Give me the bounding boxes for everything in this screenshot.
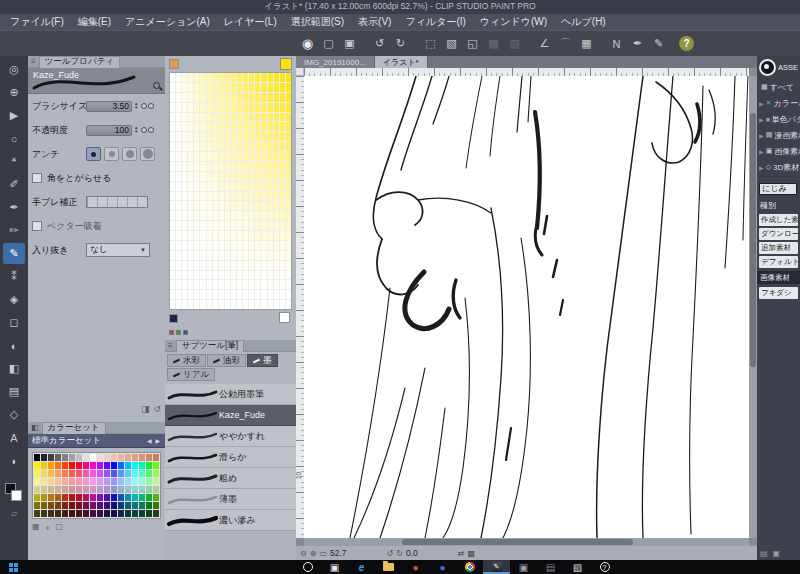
- gradient-cell[interactable]: [219, 290, 224, 299]
- brush-item[interactable]: 濃い滲み: [165, 510, 296, 531]
- gradient-cell[interactable]: [176, 261, 181, 270]
- color-swatch[interactable]: [111, 494, 117, 501]
- color-swatch[interactable]: [48, 454, 54, 461]
- gradient-cell[interactable]: [274, 201, 279, 210]
- brush-tool[interactable]: ✎: [3, 243, 25, 264]
- gradient-cell[interactable]: [243, 103, 248, 112]
- edit-colorset-icon[interactable]: ▦: [32, 522, 40, 533]
- color-swatch[interactable]: [69, 470, 75, 477]
- color-swatch[interactable]: [97, 462, 103, 469]
- help-app-icon[interactable]: ?: [591, 560, 618, 574]
- color-swatch[interactable]: [48, 510, 54, 517]
- materials-tag-button[interactable]: 追加素材: [759, 242, 798, 254]
- gradient-cell[interactable]: [286, 142, 291, 151]
- gradient-cell[interactable]: [176, 152, 181, 161]
- gradient-cell[interactable]: [213, 122, 218, 131]
- gradient-cell[interactable]: [182, 132, 187, 141]
- gradient-cell[interactable]: [255, 93, 260, 102]
- gradient-cell[interactable]: [213, 300, 218, 309]
- gradient-cell[interactable]: [194, 122, 199, 131]
- gradient-cell[interactable]: [243, 132, 248, 141]
- gradient-cell[interactable]: [213, 251, 218, 260]
- color-swatch[interactable]: [62, 462, 68, 469]
- gradient-cell[interactable]: [274, 211, 279, 220]
- gradient-cell[interactable]: [225, 251, 230, 260]
- gradient-cell[interactable]: [231, 241, 236, 250]
- gradient-cell[interactable]: [176, 271, 181, 280]
- gradient-cell[interactable]: [231, 211, 236, 220]
- color-swatch[interactable]: [118, 478, 124, 485]
- color-swatch[interactable]: [90, 478, 96, 485]
- gradient-cell[interactable]: [261, 280, 266, 289]
- gradient-cell[interactable]: [243, 162, 248, 171]
- color-swatch[interactable]: [41, 470, 47, 477]
- gradient-cell[interactable]: [176, 290, 181, 299]
- gradient-cell[interactable]: [286, 231, 291, 240]
- gradient-cell[interactable]: [286, 221, 291, 230]
- gradient-cell[interactable]: [219, 132, 224, 141]
- color-set-prev-next-icons[interactable]: ◀ ▶: [147, 437, 161, 444]
- gradient-cell[interactable]: [274, 192, 279, 201]
- gradient-cell[interactable]: [213, 192, 218, 201]
- gradient-cell[interactable]: [255, 290, 260, 299]
- palette-mode-chip[interactable]: [169, 330, 174, 335]
- gradient-cell[interactable]: [207, 221, 212, 230]
- gradient-cell[interactable]: [200, 152, 205, 161]
- magic-wand-tool[interactable]: ＊: [3, 151, 25, 172]
- color-swatch[interactable]: [62, 494, 68, 501]
- gradient-cell[interactable]: [176, 103, 181, 112]
- gradient-cell[interactable]: [286, 103, 291, 112]
- gradient-cell[interactable]: [243, 251, 248, 260]
- color-swatch[interactable]: [76, 510, 82, 517]
- color-set-selector[interactable]: 標準カラーセット ◀ ▶: [28, 434, 165, 448]
- gradient-cell[interactable]: [176, 83, 181, 92]
- color-swatch[interactable]: [146, 470, 152, 477]
- gradient-cell[interactable]: [261, 172, 266, 181]
- gradient-cell[interactable]: [225, 122, 230, 131]
- gradient-cell[interactable]: [219, 113, 224, 122]
- horizontal-scrollbar[interactable]: [304, 538, 749, 546]
- reset-settings-icon[interactable]: ↺: [153, 404, 161, 414]
- gradient-cell[interactable]: [237, 271, 242, 280]
- gradient-cell[interactable]: [176, 201, 181, 210]
- gradient-cell[interactable]: [207, 152, 212, 161]
- gradient-cell[interactable]: [268, 182, 273, 191]
- brush-item[interactable]: 滑らか: [165, 447, 296, 468]
- gradient-cell[interactable]: [207, 103, 212, 112]
- gradient-cell[interactable]: [213, 172, 218, 181]
- gradient-cell[interactable]: [170, 251, 175, 260]
- gradient-cell[interactable]: [182, 241, 187, 250]
- gradient-cell[interactable]: [237, 142, 242, 151]
- gradient-cell[interactable]: [268, 300, 273, 309]
- gradient-cell[interactable]: [182, 182, 187, 191]
- color-swatch[interactable]: [97, 486, 103, 493]
- zoom-out-icon[interactable]: ⊖: [300, 549, 307, 558]
- gradient-cell[interactable]: [188, 280, 193, 289]
- gradient-cell[interactable]: [188, 142, 193, 151]
- menu-item[interactable]: ヘルプ(H): [554, 14, 613, 30]
- gradient-cell[interactable]: [188, 271, 193, 280]
- zoom-tool[interactable]: ◎: [3, 59, 25, 80]
- invert-selection-icon[interactable]: ◱: [463, 34, 482, 53]
- color-swatch[interactable]: [62, 454, 68, 461]
- gradient-cell[interactable]: [280, 142, 285, 151]
- gradient-cell[interactable]: [243, 211, 248, 220]
- gradient-cell[interactable]: [182, 261, 187, 270]
- gradient-cell[interactable]: [194, 93, 199, 102]
- gradient-cell[interactable]: [274, 241, 279, 250]
- color-set-icon[interactable]: ◧: [31, 423, 39, 432]
- gradient-cell[interactable]: [255, 73, 260, 82]
- color-swatch[interactable]: [34, 454, 40, 461]
- color-swatch[interactable]: [69, 486, 75, 493]
- color-swatch[interactable]: [118, 502, 124, 509]
- gradient-cell[interactable]: [255, 261, 260, 270]
- gradient-cell[interactable]: [219, 73, 224, 82]
- start-button[interactable]: [0, 560, 38, 574]
- reset-view-icon[interactable]: ▩: [467, 549, 475, 558]
- gradient-cell[interactable]: [261, 290, 266, 299]
- gradient-cell[interactable]: [274, 73, 279, 82]
- gradient-cell[interactable]: [225, 271, 230, 280]
- gradient-cell[interactable]: [207, 93, 212, 102]
- gradient-cell[interactable]: [225, 172, 230, 181]
- gradient-cell[interactable]: [280, 211, 285, 220]
